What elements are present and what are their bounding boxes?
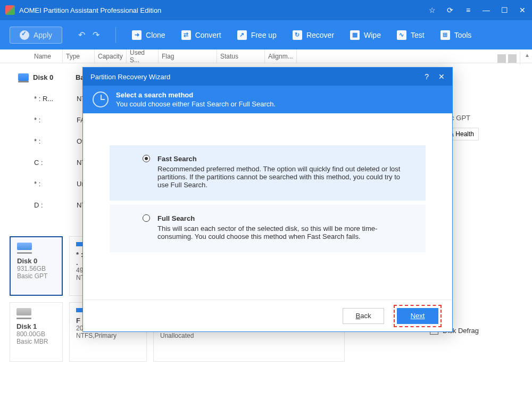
scroll-up-icon[interactable]: ▲ [525,52,530,58]
clone-icon: ➜ [132,30,142,40]
freeup-button[interactable]: ↗Free up [237,30,277,40]
grid-header: Name Type Capacity Used S... Flag Status… [0,49,532,63]
col-name[interactable]: Name [31,49,63,63]
clock-icon [93,92,109,107]
col-status[interactable]: Status [217,49,265,63]
disk0-card[interactable]: Disk 0 931.56GB Basic GPT [10,236,63,296]
disk-icon [16,308,31,315]
radio-unselected-icon[interactable] [143,214,150,222]
undo-icon[interactable]: ↶ [78,30,85,40]
apply-button[interactable]: Apply [10,27,62,44]
convert-button[interactable]: ⇄Convert [181,30,221,40]
clone-button[interactable]: ➜Clone [132,30,165,40]
close-icon[interactable]: ✕ [438,72,445,81]
recover-button[interactable]: ↻Recover [293,30,334,40]
col-capacity[interactable]: Capacity [95,49,127,63]
fast-search-option[interactable]: Fast Search Recommended preferred method… [110,145,426,201]
apply-label: Apply [34,31,52,39]
freeup-icon: ↗ [237,30,247,40]
col-type[interactable]: Type [63,49,95,63]
redo-icon[interactable]: ↷ [93,30,99,40]
disk-kind-clip: c GPT [451,114,470,122]
minimize-icon[interactable]: — [482,6,491,14]
app-title: AOMEI Partition Assistant Professional E… [19,6,428,14]
tools-button[interactable]: ⊞Tools [440,30,472,40]
recover-icon: ↻ [293,30,302,40]
col-flag[interactable]: Flag [159,49,217,63]
disk1-card[interactable]: Disk 1 800.00GB Basic MBR [10,302,63,362]
modal-subheading: You could choose either Fast Search or F… [116,100,276,108]
radio-selected-icon[interactable] [143,155,150,162]
col-used[interactable]: Used S... [127,49,159,63]
col-align[interactable]: Alignm... [265,49,297,63]
modal-heading: Select a search method [116,91,276,99]
help-icon[interactable]: ? [425,72,429,81]
check-icon [20,30,29,40]
test-button[interactable]: ∿Test [397,30,425,40]
convert-icon: ⇄ [181,30,191,40]
tools-icon: ⊞ [440,30,450,40]
next-button[interactable]: Next [397,308,438,324]
back-button[interactable]: Back [343,308,384,324]
wipe-button[interactable]: ▦Wipe [350,30,381,40]
disk-icon [17,243,32,250]
star-icon[interactable]: ☆ [428,6,436,14]
full-search-option[interactable]: Full Search This will scan each sector o… [110,205,426,252]
partition-recovery-wizard: Partition Recovery Wizard ? ✕ Select a s… [82,67,453,332]
view-list-icon[interactable] [497,54,506,63]
close-icon[interactable]: ✕ [518,6,527,14]
refresh-icon[interactable]: ⟳ [446,6,454,14]
app-logo [5,5,15,15]
modal-title: Partition Recovery Wizard [90,73,170,81]
test-icon: ∿ [397,30,406,40]
menu-icon[interactable]: ≡ [464,6,472,14]
disk-icon [18,73,29,81]
maximize-icon[interactable]: ☐ [500,6,509,14]
wipe-icon: ▦ [350,30,360,40]
next-button-highlight: Next [394,305,442,327]
view-grid-icon[interactable] [508,54,517,63]
